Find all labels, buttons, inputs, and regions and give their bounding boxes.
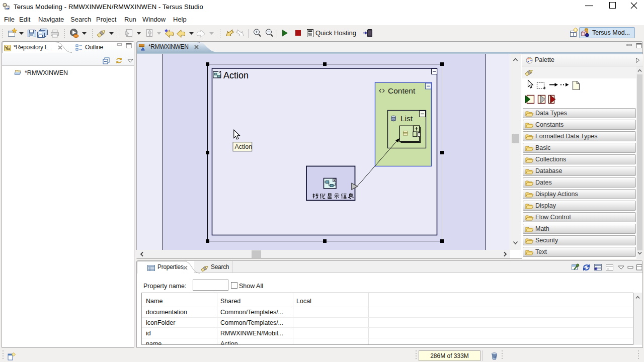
svg-text:Action: Action xyxy=(223,70,249,80)
svg-text:Content: Content xyxy=(388,86,416,95)
svg-text:Action: Action xyxy=(235,143,253,150)
svg-text:List: List xyxy=(400,114,413,123)
